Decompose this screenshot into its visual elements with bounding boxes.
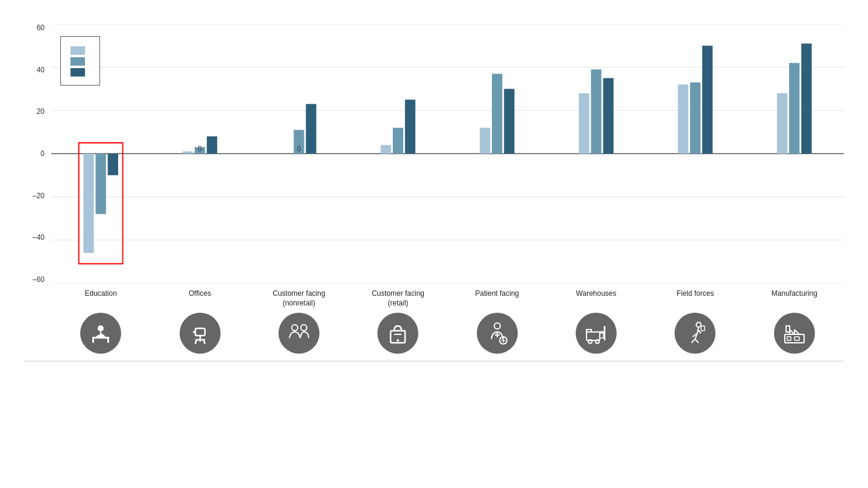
y-axis: 60 40 20 0 –20 –40 –60	[24, 24, 48, 283]
svg-rect-26	[603, 78, 614, 154]
legend-june	[71, 68, 90, 77]
svg-rect-23	[504, 89, 514, 154]
icon-cell-5	[547, 313, 646, 354]
svg-rect-11	[183, 151, 193, 154]
svg-rect-21	[480, 128, 490, 154]
svg-rect-16	[306, 104, 316, 154]
svg-rect-20	[405, 99, 415, 154]
y-tick-0: 0	[40, 150, 45, 157]
svg-rect-9	[96, 154, 106, 214]
icon-circle-1	[180, 313, 221, 354]
icon-customer-retail	[385, 320, 411, 346]
legend-may	[71, 57, 90, 66]
legend-swatch-may	[71, 57, 85, 66]
icon-circle-0	[80, 313, 121, 354]
svg-rect-29	[702, 46, 712, 154]
svg-text:0: 0	[198, 145, 202, 153]
icon-manufacturing	[781, 320, 808, 346]
svg-rect-13	[207, 136, 217, 154]
icon-circle-7	[774, 313, 815, 354]
icon-circle-3	[377, 313, 418, 354]
cat-label-manufacturing: Manufacturing	[745, 289, 844, 308]
cat-label-warehouses: Warehouses	[547, 289, 646, 308]
svg-rect-18	[381, 145, 391, 154]
y-tick-20: 20	[37, 108, 45, 115]
cat-label-offices: Offices	[150, 289, 249, 308]
icon-cell-2	[250, 313, 348, 354]
y-tick--60: –60	[33, 276, 45, 283]
cat-label-education: Education	[51, 289, 150, 308]
icon-cell-7	[745, 313, 844, 354]
icon-circle-2	[278, 313, 319, 354]
svg-rect-22	[492, 74, 502, 154]
icon-cell-6	[646, 313, 744, 354]
cat-label-field-forces: Field forces	[646, 289, 744, 308]
cat-label-customer-facing-(nonretail): Customer facing(nonretail)	[250, 289, 348, 308]
legend-april	[71, 46, 90, 55]
y-tick--40: –40	[33, 234, 45, 241]
cat-label-patient-facing: Patient facing	[448, 289, 547, 308]
svg-rect-31	[789, 63, 799, 154]
chart-area: 60 40 20 0 –20 –40 –60 00	[24, 24, 844, 283]
svg-rect-24	[579, 93, 589, 154]
y-tick-60: 60	[37, 24, 45, 31]
cat-label-customer-facing-(retail): Customer facing(retail)	[348, 289, 447, 308]
svg-text:0: 0	[297, 145, 301, 153]
icon-cell-0	[51, 313, 150, 354]
icon-cell-4	[448, 313, 547, 354]
svg-rect-27	[678, 84, 688, 154]
svg-rect-10	[108, 154, 118, 175]
icon-offices	[187, 320, 213, 346]
svg-rect-19	[393, 128, 403, 154]
icon-circle-5	[576, 313, 617, 354]
svg-rect-25	[591, 69, 601, 154]
icons-row	[51, 313, 844, 354]
icon-education	[87, 320, 114, 346]
category-labels-row: EducationOfficesCustomer facing(nonretai…	[51, 289, 844, 308]
bar-chart-svg: 00	[51, 24, 844, 283]
icon-customer-nonretail	[286, 320, 312, 346]
icon-circle-6	[675, 313, 715, 354]
y-tick-40: 40	[37, 66, 45, 74]
svg-rect-32	[801, 43, 811, 154]
icon-field-forces	[682, 320, 708, 346]
legend-swatch-june	[71, 68, 85, 77]
legend-swatch-april	[71, 46, 85, 55]
icon-warehouses	[583, 320, 609, 346]
svg-rect-30	[777, 93, 787, 154]
y-tick--20: –20	[33, 192, 45, 199]
legend-box	[60, 36, 100, 86]
svg-rect-8	[83, 154, 93, 253]
icon-cell-3	[348, 313, 447, 354]
svg-rect-28	[690, 83, 700, 154]
icon-cell-1	[150, 313, 249, 354]
icon-circle-4	[477, 313, 518, 354]
icon-patient-facing	[484, 320, 511, 346]
notes	[24, 361, 844, 386]
